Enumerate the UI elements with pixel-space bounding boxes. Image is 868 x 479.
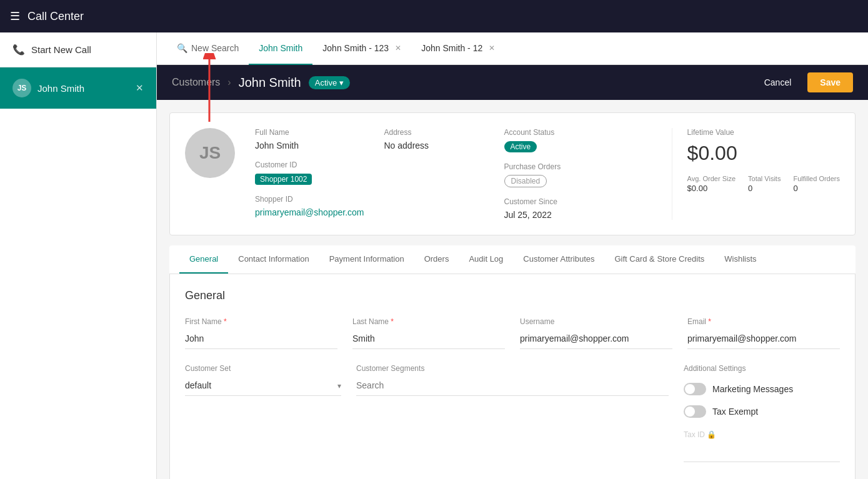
customer-segments-label: Customer Segments bbox=[356, 364, 669, 373]
stat-total-visits: Total Visits 0 bbox=[748, 175, 781, 193]
customer-set-field: Customer Set default ▾ bbox=[185, 364, 341, 462]
total-visits-value: 0 bbox=[748, 184, 781, 193]
lifetime-value-label: Lifetime Value bbox=[687, 128, 840, 137]
lifetime-stats: Avg. Order Size $0.00 Total Visits 0 Ful… bbox=[687, 175, 840, 193]
tax-id-field: Tax ID 🔒 bbox=[684, 430, 840, 462]
tax-id-input bbox=[684, 442, 840, 462]
avatar-small: JS bbox=[12, 79, 31, 97]
form-row-set-segments: Customer Set default ▾ Customer Segments bbox=[185, 364, 840, 462]
field-group-status: Account Status Active Purchase Orders Di… bbox=[504, 128, 604, 220]
customer-since-value: Jul 25, 2022 bbox=[504, 210, 604, 220]
navbar-title: Call Center bbox=[27, 10, 84, 23]
tab-label-2: John Smith - 12 bbox=[421, 43, 482, 53]
last-name-label: Last Name * bbox=[352, 317, 505, 326]
navbar: ☰ Call Center bbox=[0, 0, 868, 32]
username-field: Username bbox=[520, 317, 672, 349]
username-label: Username bbox=[520, 317, 672, 326]
full-name-label: Full Name bbox=[255, 128, 364, 137]
field-group-name: Full Name John Smith Customer ID Shopper… bbox=[255, 128, 364, 220]
start-call-button[interactable]: 📞 Start New Call bbox=[0, 32, 156, 67]
close-customer-icon[interactable]: ✕ bbox=[136, 82, 144, 94]
username-input[interactable] bbox=[520, 328, 672, 349]
nav-tab-wishlists[interactable]: Wishlists bbox=[714, 245, 766, 274]
tab-john-smith[interactable]: John Smith bbox=[249, 32, 312, 65]
new-search-tab[interactable]: 🔍 New Search bbox=[167, 32, 249, 65]
email-input[interactable] bbox=[687, 328, 840, 349]
nav-tab-attributes[interactable]: Customer Attributes bbox=[513, 245, 604, 274]
customer-set-label: Customer Set bbox=[185, 364, 341, 373]
page-title: John Smith bbox=[239, 76, 301, 90]
hamburger-icon[interactable]: ☰ bbox=[10, 9, 20, 23]
tab-close-1[interactable]: ✕ bbox=[395, 44, 401, 52]
general-section-title: General bbox=[185, 289, 840, 302]
avatar-large: JS bbox=[185, 128, 235, 178]
avg-order-value: $0.00 bbox=[687, 184, 736, 193]
email-required: * bbox=[708, 317, 711, 326]
shopper-id-label: Shopper ID bbox=[255, 195, 364, 204]
last-name-input[interactable] bbox=[352, 328, 505, 349]
form-row-name: First Name * Last Name * Username Email … bbox=[185, 317, 840, 349]
purchase-orders-label: Purchase Orders bbox=[504, 162, 604, 171]
phone-icon: 📞 bbox=[12, 44, 25, 56]
nav-tab-orders[interactable]: Orders bbox=[414, 245, 459, 274]
first-name-input[interactable] bbox=[185, 328, 337, 349]
cancel-button[interactable]: Cancel bbox=[754, 72, 802, 92]
additional-settings-field: Additional Settings Marketing Messages T… bbox=[684, 364, 840, 462]
tax-exempt-toggle[interactable] bbox=[684, 405, 706, 418]
page-header: Customers › John Smith Active ▾ Cancel S… bbox=[157, 65, 868, 100]
sidebar: 📞 Start New Call JS John Smith ✕ bbox=[0, 32, 157, 479]
marketing-messages-label: Marketing Messages bbox=[712, 384, 793, 394]
nav-tab-giftcard[interactable]: Gift Card & Store Credits bbox=[604, 245, 714, 274]
first-name-label: First Name * bbox=[185, 317, 337, 326]
fulfilled-orders-value: 0 bbox=[793, 184, 840, 193]
nav-tab-audit[interactable]: Audit Log bbox=[459, 245, 513, 274]
start-call-label: Start New Call bbox=[31, 44, 91, 55]
breadcrumb[interactable]: Customers bbox=[172, 77, 220, 88]
first-name-required: * bbox=[224, 317, 227, 326]
marketing-messages-toggle[interactable] bbox=[684, 383, 706, 395]
lifetime-section: Lifetime Value $0.00 Avg. Order Size $0.… bbox=[672, 128, 840, 220]
customer-segments-field: Customer Segments bbox=[356, 364, 669, 462]
total-visits-label: Total Visits bbox=[748, 175, 781, 182]
status-badge[interactable]: Active ▾ bbox=[309, 76, 350, 89]
tab-label-0: John Smith bbox=[259, 43, 302, 53]
nav-tab-contact[interactable]: Contact Information bbox=[228, 245, 319, 274]
tabs-bar: 🔍 New Search John Smith John Smith - 123… bbox=[157, 32, 868, 65]
search-icon: 🔍 bbox=[177, 43, 187, 53]
customer-segments-input[interactable] bbox=[356, 375, 669, 396]
save-button[interactable]: Save bbox=[807, 72, 853, 92]
customer-card: JS Full Name John Smith Customer ID Shop… bbox=[169, 112, 856, 235]
status-label: Active bbox=[315, 78, 337, 87]
tab-john-smith-123[interactable]: John Smith - 123 ✕ bbox=[312, 32, 411, 65]
customer-id-badge: Shopper 1002 bbox=[255, 174, 312, 185]
nav-tabs: General Contact Information Payment Info… bbox=[169, 245, 856, 274]
tab-john-smith-12[interactable]: John Smith - 12 ✕ bbox=[411, 32, 505, 65]
additional-settings-label: Additional Settings bbox=[684, 364, 840, 373]
first-name-field: First Name * bbox=[185, 317, 337, 349]
full-name-value: John Smith bbox=[255, 141, 364, 151]
tax-id-label: Tax ID 🔒 bbox=[684, 430, 840, 439]
address-label: Address bbox=[384, 128, 484, 137]
email-label: Email * bbox=[687, 317, 840, 326]
marketing-messages-row: Marketing Messages bbox=[684, 383, 840, 395]
customer-set-select[interactable]: default bbox=[185, 375, 341, 396]
account-status-badge: Active bbox=[504, 141, 537, 152]
main-content: 🔍 New Search John Smith John Smith - 123… bbox=[157, 32, 868, 479]
customer-since-label: Customer Since bbox=[504, 197, 604, 206]
field-group-address: Address No address bbox=[384, 128, 484, 220]
nav-tab-general[interactable]: General bbox=[179, 245, 228, 274]
email-field: Email * bbox=[687, 317, 840, 349]
chevron-down-icon: ▾ bbox=[339, 78, 344, 87]
stat-avg-order: Avg. Order Size $0.00 bbox=[687, 175, 736, 193]
nav-tab-payment[interactable]: Payment Information bbox=[319, 245, 414, 274]
active-customer-item[interactable]: JS John Smith ✕ bbox=[0, 67, 156, 109]
customer-fields: Full Name John Smith Customer ID Shopper… bbox=[255, 128, 652, 220]
general-section: General First Name * Last Name * Usernam… bbox=[169, 274, 856, 479]
tax-exempt-label: Tax Exempt bbox=[712, 407, 758, 417]
customer-set-wrapper: default ▾ bbox=[185, 375, 341, 396]
active-customer-name: John Smith bbox=[37, 83, 84, 94]
shopper-id-value: primaryemail@shopper.com bbox=[255, 207, 364, 217]
tab-close-2[interactable]: ✕ bbox=[489, 44, 495, 52]
tax-exempt-row: Tax Exempt bbox=[684, 405, 840, 418]
stat-fulfilled-orders: Fulfilled Orders 0 bbox=[793, 175, 840, 193]
